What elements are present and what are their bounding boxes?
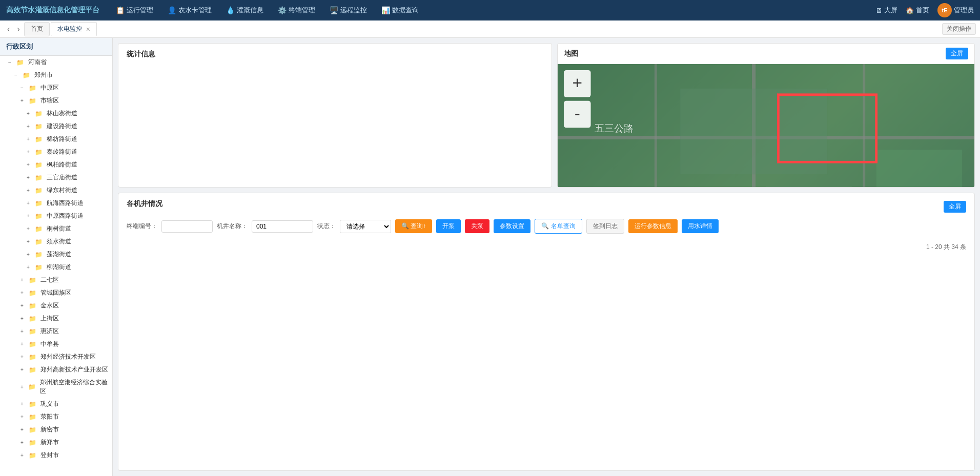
- map-title: 地图: [564, 49, 578, 58]
- tree-node[interactable]: + 📁 须水街道: [0, 235, 112, 248]
- run-info-button[interactable]: 运行参数信息: [628, 219, 678, 233]
- folder-icon: 📁: [35, 213, 43, 220]
- query-button[interactable]: 🔍 查询↑: [395, 219, 432, 233]
- expand-icon: +: [21, 98, 27, 104]
- name-list-button[interactable]: 🔍 名单查询: [535, 219, 582, 234]
- tab-close-icon[interactable]: ×: [86, 25, 90, 33]
- home-icon: 🏠: [906, 7, 914, 14]
- tree-node[interactable]: − 📁 郑州市: [0, 69, 112, 81]
- svg-rect-10: [876, 150, 962, 187]
- tree-node-label: 巩义市: [40, 400, 59, 408]
- water-detail-button[interactable]: 用水详情: [682, 219, 719, 233]
- folder-icon: 📁: [29, 328, 36, 335]
- top-navigation: 高效节水灌溉信息化管理平台 📋 运行管理 👤 农水卡管理 💧 灌溉信息 ⚙️ 终…: [0, 0, 980, 20]
- log-button[interactable]: 签到日志: [586, 219, 624, 234]
- top-content-row: 统计信息 地图 全屏: [118, 43, 975, 188]
- tab-monitor[interactable]: 水电监控 ×: [51, 22, 97, 36]
- close-pump-button[interactable]: 关泵: [465, 219, 489, 233]
- tab-prev-btn[interactable]: ‹: [4, 25, 13, 34]
- status-select[interactable]: 请选择: [340, 220, 391, 233]
- tree-node[interactable]: + 📁 柳湖街道: [0, 261, 112, 274]
- close-all-button[interactable]: 关闭操作: [942, 23, 976, 35]
- tree-node[interactable]: + 📁 航海西路街道: [0, 197, 112, 210]
- tree-node[interactable]: + 📁 郑州航空港经济综合实验区: [0, 376, 112, 398]
- expand-icon: +: [27, 252, 33, 257]
- tree-node[interactable]: + 📁 桐树街道: [0, 222, 112, 235]
- nav-yuancheng[interactable]: 🖥️ 远程监控: [323, 0, 373, 20]
- folder-icon: 📁: [35, 136, 43, 143]
- nav-shuju[interactable]: 📊 数据查询: [375, 0, 425, 20]
- expand-icon: +: [21, 452, 27, 458]
- tree-node[interactable]: + 📁 郑州高新技术产业开发区: [0, 363, 112, 376]
- tree-node[interactable]: + 📁 登封市: [0, 449, 112, 462]
- expand-icon: +: [21, 277, 27, 283]
- tree-node[interactable]: − 📁 河南省: [0, 56, 112, 69]
- nav-zhongduan[interactable]: ⚙️ 终端管理: [272, 0, 321, 20]
- tree-node[interactable]: + 📁 郑州经济技术开发区: [0, 350, 112, 363]
- expand-icon: −: [8, 59, 14, 65]
- tab-bar-right: 关闭操作: [942, 23, 976, 35]
- terminal-input[interactable]: [161, 220, 213, 233]
- tree-node-label: 建设路街道: [47, 122, 77, 131]
- tab-home[interactable]: 首页: [24, 22, 50, 36]
- tree-node[interactable]: + 📁 市辖区: [0, 94, 112, 107]
- tree-node[interactable]: + 📁 绿东村街道: [0, 184, 112, 197]
- folder-icon: 📁: [29, 452, 36, 459]
- map-header: 地图 全屏: [558, 44, 974, 64]
- expand-icon: +: [21, 328, 27, 334]
- tree-node-label: 中原区: [40, 84, 59, 92]
- svg-text:五三公路: 五三公路: [595, 123, 634, 134]
- top-nav-right: 🖥 大屏 🏠 首页 tE 管理员: [875, 3, 974, 17]
- tree-node[interactable]: + 📁 棉纺路街道: [0, 133, 112, 146]
- stats-panel-header: 统计信息: [127, 50, 543, 65]
- tree-node[interactable]: + 📁 惠济区: [0, 325, 112, 338]
- tree-node[interactable]: + 📁 巩义市: [0, 398, 112, 410]
- well-name-input[interactable]: [252, 220, 313, 233]
- expand-icon: +: [21, 427, 27, 432]
- tree-node[interactable]: + 📁 三官庙街道: [0, 171, 112, 184]
- tab-home-label: 首页: [31, 25, 43, 33]
- user-menu[interactable]: tE 管理员: [937, 3, 974, 17]
- map-fullscreen-button[interactable]: 全屏: [946, 48, 968, 59]
- nav-yuancheng-label: 远程监控: [340, 6, 367, 15]
- table-fullscreen-button[interactable]: 全屏: [944, 201, 966, 213]
- open-pump-button[interactable]: 开泵: [436, 219, 461, 233]
- tree-node[interactable]: + 📁 中原西路街道: [0, 210, 112, 222]
- dapin-button[interactable]: 🖥 大屏: [875, 6, 897, 15]
- nav-guangai[interactable]: 💧 灌溉信息: [220, 0, 270, 20]
- tree-node-label: 二七区: [40, 276, 59, 284]
- tree-node[interactable]: + 📁 建设路街道: [0, 120, 112, 133]
- main-content: 统计信息 地图 全屏: [113, 38, 980, 476]
- tree-node[interactable]: + 📁 枫柏路街道: [0, 158, 112, 171]
- tree-node[interactable]: + 📁 莲湖街道: [0, 248, 112, 261]
- tree-node[interactable]: + 📁 新郑市: [0, 436, 112, 449]
- yuancheng-icon: 🖥️: [330, 6, 338, 14]
- tree-node-label: 惠济区: [40, 327, 59, 336]
- folder-icon: 📁: [29, 439, 36, 446]
- tree-node-label: 柳湖街道: [47, 263, 71, 272]
- tab-next-btn[interactable]: ›: [14, 25, 23, 34]
- tree-node[interactable]: + 📁 金水区: [0, 299, 112, 312]
- yunxing-icon: 📋: [116, 6, 125, 14]
- tree-node[interactable]: + 📁 二七区: [0, 274, 112, 286]
- nongka-icon: 👤: [168, 6, 176, 14]
- nav-nongka[interactable]: 👤 农水卡管理: [161, 0, 218, 20]
- param-settings-button[interactable]: 参数设置: [494, 219, 530, 233]
- expand-icon: −: [14, 72, 21, 78]
- tree-node-label: 枫柏路街道: [47, 160, 77, 169]
- expand-icon: +: [27, 162, 33, 168]
- tree-node-label: 登封市: [40, 451, 59, 460]
- nav-zhongduan-label: 终端管理: [289, 6, 315, 15]
- tree-node[interactable]: + 📁 林山寨街道: [0, 107, 112, 120]
- svg-rect-8: [766, 187, 852, 187]
- tree-node[interactable]: + 📁 新密市: [0, 423, 112, 436]
- tree-node[interactable]: + 📁 中牟县: [0, 338, 112, 350]
- home-button[interactable]: 🏠 首页: [906, 6, 929, 15]
- nav-yunxing[interactable]: 📋 运行管理: [110, 0, 159, 20]
- tree-node[interactable]: + 📁 荥阳市: [0, 410, 112, 423]
- tree-node[interactable]: − 📁 中原区: [0, 81, 112, 94]
- tree-node[interactable]: + 📁 上街区: [0, 312, 112, 325]
- table-title: 各机井情况: [127, 199, 162, 209]
- tree-node[interactable]: + 📁 管城回族区: [0, 286, 112, 299]
- tree-node[interactable]: + 📁 秦岭路街道: [0, 146, 112, 158]
